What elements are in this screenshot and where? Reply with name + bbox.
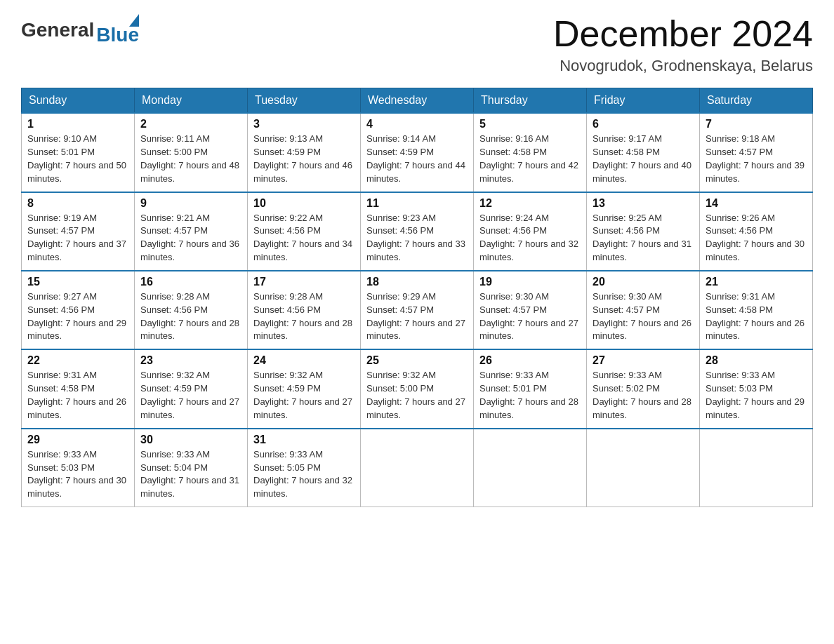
calendar-table: Sunday Monday Tuesday Wednesday Thursday…	[21, 88, 813, 507]
table-cell: 29 Sunrise: 9:33 AMSunset: 5:03 PMDaylig…	[22, 429, 135, 507]
day-number: 30	[140, 434, 241, 446]
table-cell: 7 Sunrise: 9:18 AMSunset: 4:57 PMDayligh…	[700, 113, 813, 192]
day-info: Sunrise: 9:32 AMSunset: 4:59 PMDaylight:…	[253, 369, 355, 422]
day-info: Sunrise: 9:27 AMSunset: 4:56 PMDaylight:…	[27, 290, 128, 343]
table-cell: 31 Sunrise: 9:33 AMSunset: 5:05 PMDaylig…	[248, 429, 361, 507]
day-number: 27	[593, 354, 694, 367]
table-cell: 6 Sunrise: 9:17 AMSunset: 4:58 PMDayligh…	[587, 113, 700, 192]
day-number: 8	[27, 197, 128, 210]
day-info: Sunrise: 9:28 AMSunset: 4:56 PMDaylight:…	[140, 290, 241, 343]
table-cell: 2 Sunrise: 9:11 AMSunset: 5:00 PMDayligh…	[135, 113, 248, 192]
table-cell: 5 Sunrise: 9:16 AMSunset: 4:58 PMDayligh…	[474, 113, 587, 192]
table-cell: 25 Sunrise: 9:32 AMSunset: 5:00 PMDaylig…	[361, 349, 474, 428]
table-cell: 13 Sunrise: 9:25 AMSunset: 4:56 PMDaylig…	[587, 192, 700, 271]
day-info: Sunrise: 9:11 AMSunset: 5:00 PMDaylight:…	[140, 133, 241, 185]
table-cell: 27 Sunrise: 9:33 AMSunset: 5:02 PMDaylig…	[587, 349, 700, 428]
day-info: Sunrise: 9:19 AMSunset: 4:57 PMDaylight:…	[27, 212, 128, 264]
day-number: 12	[479, 197, 581, 210]
table-cell: 17 Sunrise: 9:28 AMSunset: 4:56 PMDaylig…	[248, 271, 361, 349]
day-number: 2	[140, 118, 241, 130]
table-cell: 26 Sunrise: 9:33 AMSunset: 5:01 PMDaylig…	[474, 349, 587, 428]
table-cell	[474, 429, 587, 507]
week-row-4: 22 Sunrise: 9:31 AMSunset: 4:58 PMDaylig…	[22, 349, 813, 428]
day-info: Sunrise: 9:24 AMSunset: 4:56 PMDaylight:…	[479, 212, 581, 264]
day-info: Sunrise: 9:23 AMSunset: 4:56 PMDaylight:…	[366, 212, 468, 264]
table-cell	[361, 429, 474, 507]
day-number: 7	[706, 118, 807, 130]
day-info: Sunrise: 9:32 AMSunset: 5:00 PMDaylight:…	[366, 369, 468, 422]
week-row-3: 15 Sunrise: 9:27 AMSunset: 4:56 PMDaylig…	[22, 271, 813, 349]
day-number: 14	[706, 197, 807, 210]
day-info: Sunrise: 9:10 AMSunset: 5:01 PMDaylight:…	[27, 133, 128, 185]
table-cell: 1 Sunrise: 9:10 AMSunset: 5:01 PMDayligh…	[22, 113, 135, 192]
col-thursday: Thursday	[474, 88, 587, 114]
table-cell: 18 Sunrise: 9:29 AMSunset: 4:57 PMDaylig…	[361, 271, 474, 349]
table-cell: 10 Sunrise: 9:22 AMSunset: 4:56 PMDaylig…	[248, 192, 361, 271]
table-cell: 3 Sunrise: 9:13 AMSunset: 4:59 PMDayligh…	[248, 113, 361, 192]
day-info: Sunrise: 9:17 AMSunset: 4:58 PMDaylight:…	[593, 133, 694, 185]
day-info: Sunrise: 9:33 AMSunset: 5:02 PMDaylight:…	[593, 369, 694, 422]
day-info: Sunrise: 9:31 AMSunset: 4:58 PMDaylight:…	[706, 290, 807, 343]
day-number: 16	[140, 276, 241, 288]
week-row-5: 29 Sunrise: 9:33 AMSunset: 5:03 PMDaylig…	[22, 429, 813, 507]
table-cell: 24 Sunrise: 9:32 AMSunset: 4:59 PMDaylig…	[248, 349, 361, 428]
day-number: 23	[140, 354, 241, 367]
day-number: 4	[366, 118, 468, 130]
table-cell: 15 Sunrise: 9:27 AMSunset: 4:56 PMDaylig…	[22, 271, 135, 349]
day-info: Sunrise: 9:16 AMSunset: 4:58 PMDaylight:…	[479, 133, 581, 185]
day-info: Sunrise: 9:33 AMSunset: 5:05 PMDaylight:…	[253, 448, 355, 501]
day-number: 11	[366, 197, 468, 210]
day-info: Sunrise: 9:33 AMSunset: 5:01 PMDaylight:…	[479, 369, 581, 422]
table-cell: 4 Sunrise: 9:14 AMSunset: 4:59 PMDayligh…	[361, 113, 474, 192]
logo: General Blue	[21, 14, 139, 46]
day-number: 1	[27, 118, 128, 130]
page-header: General Blue December 2024 Novogrudok, G…	[21, 14, 813, 75]
table-cell: 9 Sunrise: 9:21 AMSunset: 4:57 PMDayligh…	[135, 192, 248, 271]
day-info: Sunrise: 9:33 AMSunset: 5:04 PMDaylight:…	[140, 448, 241, 501]
col-saturday: Saturday	[700, 88, 813, 114]
table-cell: 30 Sunrise: 9:33 AMSunset: 5:04 PMDaylig…	[135, 429, 248, 507]
day-number: 31	[253, 434, 355, 446]
table-cell: 22 Sunrise: 9:31 AMSunset: 4:58 PMDaylig…	[22, 349, 135, 428]
day-number: 21	[706, 276, 807, 288]
day-number: 3	[253, 118, 355, 130]
day-info: Sunrise: 9:14 AMSunset: 4:59 PMDaylight:…	[366, 133, 468, 185]
logo-blue-section: Blue	[96, 14, 139, 46]
day-number: 28	[706, 354, 807, 367]
day-info: Sunrise: 9:31 AMSunset: 4:58 PMDaylight:…	[27, 369, 128, 422]
col-sunday: Sunday	[22, 88, 135, 114]
day-number: 25	[366, 354, 468, 367]
week-row-1: 1 Sunrise: 9:10 AMSunset: 5:01 PMDayligh…	[22, 113, 813, 192]
day-number: 24	[253, 354, 355, 367]
location-text: Novogrudok, Grodnenskaya, Belarus	[553, 57, 813, 75]
table-cell	[700, 429, 813, 507]
col-wednesday: Wednesday	[361, 88, 474, 114]
day-info: Sunrise: 9:25 AMSunset: 4:56 PMDaylight:…	[593, 212, 694, 264]
day-info: Sunrise: 9:30 AMSunset: 4:57 PMDaylight:…	[593, 290, 694, 343]
day-info: Sunrise: 9:22 AMSunset: 4:56 PMDaylight:…	[253, 212, 355, 264]
day-number: 13	[593, 197, 694, 210]
table-cell: 21 Sunrise: 9:31 AMSunset: 4:58 PMDaylig…	[700, 271, 813, 349]
logo-general-text: General	[21, 19, 94, 41]
day-number: 6	[593, 118, 694, 130]
day-number: 18	[366, 276, 468, 288]
day-number: 20	[593, 276, 694, 288]
day-number: 17	[253, 276, 355, 288]
week-row-2: 8 Sunrise: 9:19 AMSunset: 4:57 PMDayligh…	[22, 192, 813, 271]
day-info: Sunrise: 9:30 AMSunset: 4:57 PMDaylight:…	[479, 290, 581, 343]
day-info: Sunrise: 9:33 AMSunset: 5:03 PMDaylight:…	[27, 448, 128, 501]
day-info: Sunrise: 9:28 AMSunset: 4:56 PMDaylight:…	[253, 290, 355, 343]
col-friday: Friday	[587, 88, 700, 114]
day-number: 19	[479, 276, 581, 288]
month-title: December 2024	[553, 14, 813, 54]
logo-blue-text: Blue	[96, 24, 139, 46]
day-number: 15	[27, 276, 128, 288]
day-number: 5	[479, 118, 581, 130]
table-cell	[587, 429, 700, 507]
day-info: Sunrise: 9:13 AMSunset: 4:59 PMDaylight:…	[253, 133, 355, 185]
table-cell: 28 Sunrise: 9:33 AMSunset: 5:03 PMDaylig…	[700, 349, 813, 428]
table-cell: 16 Sunrise: 9:28 AMSunset: 4:56 PMDaylig…	[135, 271, 248, 349]
day-number: 10	[253, 197, 355, 210]
day-number: 29	[27, 434, 128, 446]
calendar-header-row: Sunday Monday Tuesday Wednesday Thursday…	[22, 88, 813, 114]
